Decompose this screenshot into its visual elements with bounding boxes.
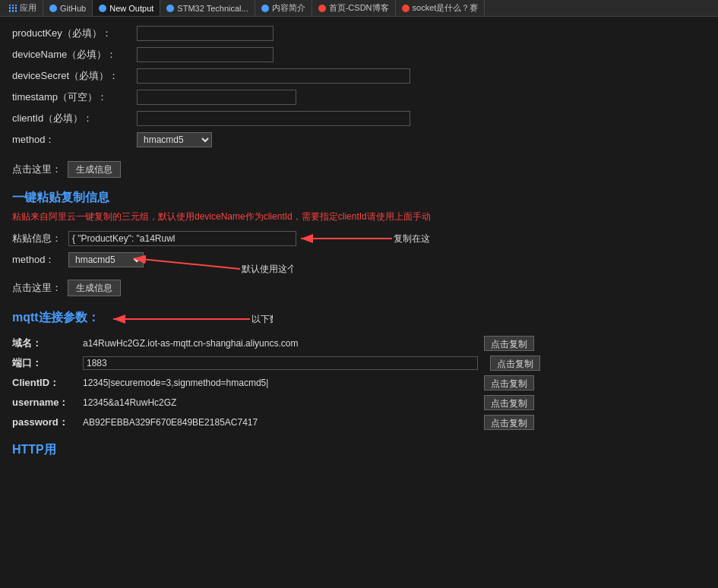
paste-method-label: method： — [12, 253, 65, 267]
click-label: 点击这里： — [12, 163, 62, 176]
devicename-label: deviceName（必填）： — [12, 48, 134, 62]
http-section-title: HTTP用 — [12, 442, 706, 458]
svg-text:以下数据都会用到: 以下数据都会用到 — [251, 314, 273, 324]
port-label: 端口： — [12, 356, 77, 370]
encrypt-arrow-svg: 默认使用这个加密 — [126, 251, 293, 280]
tab-stm32-label: STM32 Technical... — [177, 4, 248, 13]
devicesecret-label: deviceSecret（必填）： — [12, 69, 134, 83]
password-copy-button[interactable]: 点击复制 — [484, 415, 534, 430]
devicesecret-row: deviceSecret（必填）： — [12, 68, 706, 84]
domain-value: a14RuwHc2GZ.iot-as-mqtt.cn-shanghai.aliy… — [83, 338, 478, 349]
productkey-input[interactable] — [137, 26, 274, 41]
tab-apps-label: 应用 — [20, 2, 36, 14]
paste-info-label: 粘贴信息： — [12, 232, 65, 245]
paste-generate-button[interactable]: 生成信息 — [68, 280, 121, 296]
clientid-row: clientId（必填）： — [12, 111, 706, 126]
clientid-display-row: ClientID： 12345|securemode=3,signmethod=… — [12, 375, 706, 390]
timestamp-label: timestamp（可空）： — [12, 90, 134, 104]
port-row: 端口： 点击复制 — [12, 356, 706, 371]
password-value: AB92FEBBA329F670E849BE2185AC7417 — [83, 417, 478, 428]
password-label: password： — [12, 416, 77, 429]
svg-line-4 — [134, 258, 240, 269]
tab-content-intro[interactable]: 内容简介 — [255, 0, 312, 17]
tab-csdn-home[interactable]: 首页-CSDN博客 — [312, 0, 396, 17]
domain-row: 域名： a14RuwHc2GZ.iot-as-mqtt.cn-shanghai.… — [12, 336, 706, 351]
method-select[interactable]: hmacmd5 hmacsha1 hmacsha256 — [137, 132, 212, 147]
mqtt-section-title: mqtt连接参数： — [12, 310, 100, 326]
tab-socket-label: socket是什么？赛 — [413, 2, 479, 14]
github-dot — [49, 5, 57, 12]
clientid-label: clientId（必填）： — [12, 112, 134, 125]
tab-github[interactable]: GitHub — [43, 0, 93, 17]
timestamp-row: timestamp（可空）： — [12, 90, 706, 105]
main-content: productKey（必填）： deviceName（必填）： deviceSe… — [0, 17, 718, 467]
productkey-label: productKey（必填）： — [12, 27, 134, 40]
devicename-row: deviceName（必填）： — [12, 47, 706, 62]
timestamp-input[interactable] — [137, 90, 296, 105]
devicesecret-input[interactable] — [137, 68, 410, 84]
content-dot — [261, 5, 269, 12]
paste-click-label: 点击这里： — [12, 281, 62, 295]
clientid-display-label: ClientID： — [12, 376, 77, 390]
stm32-dot — [166, 5, 174, 12]
paste-info-row: 粘贴信息： 复制在这 — [12, 231, 706, 246]
clientid-display-value: 12345|securemode=3,signmethod=hmacmd5| — [83, 378, 478, 388]
paste-input[interactable] — [68, 231, 296, 246]
mqtt-section: mqtt连接参数： 以下数据都会用到 域名： a14RuwHc2GZ.iot-a… — [12, 308, 706, 430]
domain-label: 域名： — [12, 337, 77, 350]
oneclick-section-title: 一键粘贴复制信息 — [12, 190, 706, 206]
tab-csdn-home-label: 首页-CSDN博客 — [329, 2, 389, 14]
generate-row: 点击这里： 生成信息 — [12, 161, 706, 178]
method-row: method： hmacmd5 hmacsha1 hmacsha256 — [12, 132, 706, 147]
tab-new-output-label: New Output — [109, 4, 153, 13]
svg-text:复制在这: 复制在这 — [394, 233, 430, 244]
socket-dot — [402, 5, 410, 12]
new-output-dot — [99, 5, 106, 12]
warning-text: 粘贴来自阿里云一键复制的三元组，默认使用deviceName作为clientId… — [12, 210, 544, 223]
port-input[interactable] — [83, 356, 478, 370]
tab-content-intro-label: 内容简介 — [272, 2, 305, 14]
apps-grid-icon — [9, 5, 17, 12]
username-row: username： 12345&a14RuwHc2GZ 点击复制 — [12, 395, 706, 410]
tab-new-output[interactable]: New Output — [93, 0, 160, 17]
paste-generate-row: 点击这里： 生成信息 — [12, 280, 706, 296]
username-value: 12345&a14RuwHc2GZ — [83, 397, 478, 408]
devicename-input[interactable] — [137, 47, 274, 62]
tab-socket[interactable]: socket是什么？赛 — [396, 0, 486, 17]
tab-bar: 应用 GitHub New Output STM32 Technical... … — [0, 0, 718, 17]
paste-method-row: method： hmacmd5 hmacsha1 hmacsha256 默认使用… — [12, 252, 706, 267]
tab-stm32[interactable]: STM32 Technical... — [160, 0, 255, 17]
copy-arrow-svg: 复制在这 — [293, 228, 445, 251]
domain-copy-button[interactable]: 点击复制 — [484, 336, 534, 351]
mqtt-arrow-svg: 以下数据都会用到 — [106, 308, 273, 330]
port-copy-button[interactable]: 点击复制 — [490, 356, 540, 371]
clientid-input[interactable] — [137, 111, 410, 126]
svg-text:默认使用这个加密: 默认使用这个加密 — [241, 264, 293, 274]
csdn-dot — [318, 5, 326, 12]
username-copy-button[interactable]: 点击复制 — [484, 395, 534, 410]
username-label: username： — [12, 396, 77, 409]
password-row: password： AB92FEBBA329F670E849BE2185AC74… — [12, 415, 706, 430]
clientid-copy-button[interactable]: 点击复制 — [484, 375, 534, 390]
tab-github-label: GitHub — [60, 4, 86, 13]
generate-button[interactable]: 生成信息 — [68, 161, 121, 178]
tab-apps[interactable]: 应用 — [3, 0, 43, 17]
productkey-row: productKey（必填）： — [12, 26, 706, 41]
method-label: method： — [12, 133, 134, 147]
